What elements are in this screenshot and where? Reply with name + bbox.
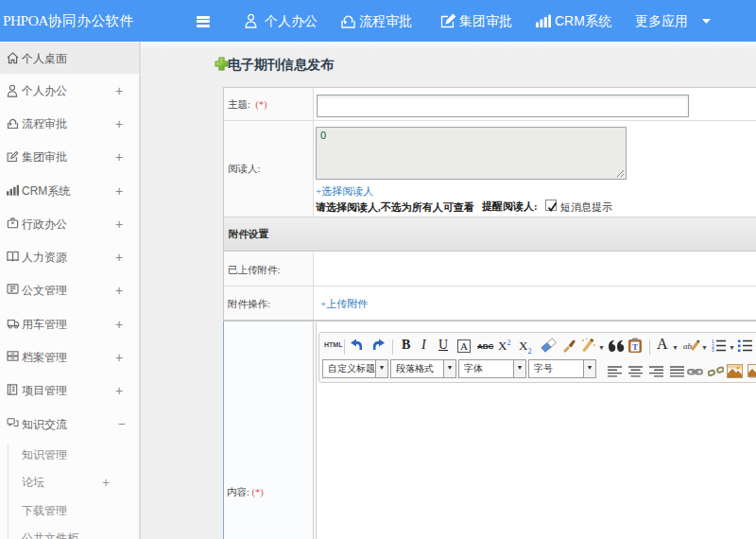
- svg-text:ab: ab: [683, 341, 693, 351]
- svg-text:T: T: [632, 342, 638, 352]
- svg-text:3: 3: [712, 347, 714, 352]
